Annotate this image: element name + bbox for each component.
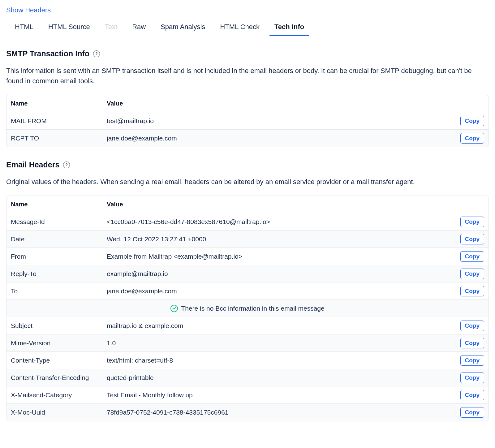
cell-value: 78fd9a57-0752-4091-c738-4335175c6961 xyxy=(107,409,460,416)
cell-name: Reply-To xyxy=(11,270,107,278)
cell-value: <1cc0ba0-7013-c56e-dd47-8083ex587610@mai… xyxy=(107,218,460,226)
cell-name: Message-Id xyxy=(11,218,107,226)
copy-button[interactable]: Copy xyxy=(460,269,484,279)
copy-button[interactable]: Copy xyxy=(460,390,484,400)
table-row: RCPT TO jane.doe@example.com Copy xyxy=(6,130,489,147)
copy-button[interactable]: Copy xyxy=(460,338,484,348)
tab-tech-info[interactable]: Tech Info xyxy=(274,18,304,36)
table-row: X-Moc-Uuid 78fd9a57-0752-4091-c738-43351… xyxy=(6,404,489,421)
table-row: X-Mailsend-Category Test Email - Monthly… xyxy=(6,386,489,404)
tab-html-check[interactable]: HTML Check xyxy=(220,18,260,36)
copy-button[interactable]: Copy xyxy=(460,355,484,366)
cell-value: quoted-printable xyxy=(107,374,460,381)
cell-name: X-Moc-Uuid xyxy=(11,409,107,416)
cell-name: RCPT TO xyxy=(11,135,107,142)
headers-section-heading: Email Headers xyxy=(6,160,59,169)
cell-value: text/html; charset=utf-8 xyxy=(107,357,460,364)
cell-value: example@mailtrap.io xyxy=(107,270,460,278)
cell-value: Wed, 12 Oct 2022 13:27:41 +0000 xyxy=(107,235,460,243)
tab-spam-analysis[interactable]: Spam Analysis xyxy=(161,18,205,36)
th-name: Name xyxy=(11,201,107,208)
headers-section-desc: Original values of the headers. When sen… xyxy=(6,177,489,187)
copy-button[interactable]: Copy xyxy=(460,373,484,383)
cell-value: test@mailtrap.io xyxy=(107,117,460,125)
table-row: Content-Transfer-Encoding quoted-printab… xyxy=(6,369,489,386)
cell-name: Date xyxy=(11,235,107,243)
copy-button[interactable]: Copy xyxy=(460,407,484,418)
bcc-info-text: There is no Bcc information in this emai… xyxy=(181,305,324,312)
table-row: Message-Id <1cc0ba0-7013-c56e-dd47-8083e… xyxy=(6,213,489,230)
copy-button[interactable]: Copy xyxy=(460,133,484,144)
table-row: MAIL FROM test@mailtrap.io Copy xyxy=(6,112,489,130)
headers-section-title: Email Headers ? xyxy=(6,160,489,169)
copy-button[interactable]: Copy xyxy=(460,234,484,244)
cell-value: Test Email - Monthly follow up xyxy=(107,391,460,399)
table-row: Content-Type text/html; charset=utf-8 Co… xyxy=(6,352,489,369)
cell-name: From xyxy=(11,253,107,260)
table-row: From Example from Mailtrap <example@mail… xyxy=(6,248,489,265)
copy-button[interactable]: Copy xyxy=(460,321,484,331)
table-row: Date Wed, 12 Oct 2022 13:27:41 +0000 Cop… xyxy=(6,230,489,248)
table-row: To jane.doe@example.com Copy xyxy=(6,282,489,300)
copy-button[interactable]: Copy xyxy=(460,251,484,262)
smtp-section-title: SMTP Transaction Info ? xyxy=(6,49,489,58)
cell-value: mailtrap.io & example.com xyxy=(107,322,460,330)
help-icon[interactable]: ? xyxy=(63,162,70,168)
check-circle-icon xyxy=(170,305,178,312)
show-headers-link[interactable]: Show Headers xyxy=(6,6,51,14)
cell-name: Content-Type xyxy=(11,357,107,364)
cell-name: To xyxy=(11,287,107,295)
cell-name: Mime-Version xyxy=(11,339,107,347)
table-row: Mime-Version 1.0 Copy xyxy=(6,334,489,352)
cell-value: jane.doe@example.com xyxy=(107,287,460,295)
table-row: Subject mailtrap.io & example.com Copy xyxy=(6,317,489,334)
cell-value: Example from Mailtrap <example@mailtrap.… xyxy=(107,253,460,260)
cell-name: MAIL FROM xyxy=(11,117,107,125)
tab-html-source[interactable]: HTML Source xyxy=(48,18,90,36)
tab-html[interactable]: HTML xyxy=(15,18,33,36)
copy-button[interactable]: Copy xyxy=(460,286,484,296)
smtp-section-desc: This information is sent with an SMTP tr… xyxy=(6,66,489,86)
cell-value: jane.doe@example.com xyxy=(107,135,460,142)
cell-value: 1.0 xyxy=(107,339,460,347)
headers-table: Name Value Message-Id <1cc0ba0-7013-c56e… xyxy=(6,196,489,421)
copy-button[interactable]: Copy xyxy=(460,116,484,126)
table-header-row: Name Value xyxy=(6,95,489,112)
copy-button[interactable]: Copy xyxy=(460,217,484,227)
help-icon[interactable]: ? xyxy=(93,50,100,57)
tabs-bar: HTML HTML Source Text Raw Spam Analysis … xyxy=(6,18,489,36)
th-value: Value xyxy=(107,201,484,208)
tab-text: Text xyxy=(105,18,117,36)
th-name: Name xyxy=(11,100,107,107)
cell-name: X-Mailsend-Category xyxy=(11,391,107,399)
smtp-table: Name Value MAIL FROM test@mailtrap.io Co… xyxy=(6,95,489,147)
tab-raw[interactable]: Raw xyxy=(132,18,146,36)
table-header-row: Name Value xyxy=(6,196,489,213)
th-value: Value xyxy=(107,100,484,107)
bcc-info-row: There is no Bcc information in this emai… xyxy=(6,300,489,317)
smtp-section-heading: SMTP Transaction Info xyxy=(6,49,89,58)
table-row: Reply-To example@mailtrap.io Copy xyxy=(6,265,489,282)
cell-name: Subject xyxy=(11,322,107,330)
cell-name: Content-Transfer-Encoding xyxy=(11,374,107,381)
